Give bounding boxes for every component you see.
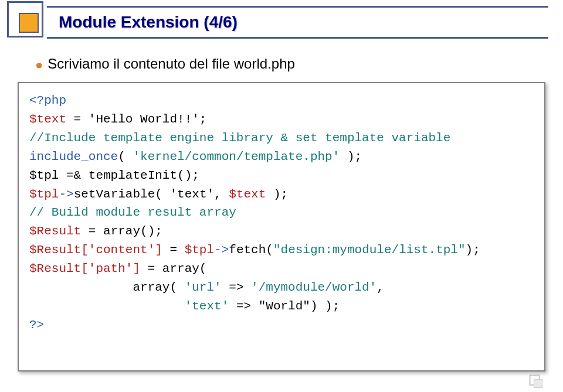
code-line-2: $text = 'Hello World!!'; <box>29 110 534 129</box>
code-line-4: include_once( 'kernel/common/template.ph… <box>29 148 534 166</box>
logo-inner-square <box>19 13 39 33</box>
bullet-line: ●Scriviamo il contenuto del file world.p… <box>35 56 540 73</box>
code-line-8: $Result = array(); <box>29 222 534 241</box>
slide-logo <box>6 0 47 41</box>
bullet-text: Scriviamo il contenuto del file world.ph… <box>48 56 295 71</box>
code-line-11: array( 'url' => '/mymodule/world', <box>29 278 534 297</box>
header-bar: Module Extension (4/6) <box>29 6 548 39</box>
code-line-9: $Result['content'] = $tpl->fetch("design… <box>29 241 534 260</box>
code-line-7: // Build module result array <box>29 203 534 222</box>
svg-rect-1 <box>534 380 542 388</box>
code-line-3: //Include template engine library & set … <box>29 129 534 148</box>
code-line-1: <?php <box>29 91 534 110</box>
code-line-13: ?> <box>29 316 534 335</box>
code-box: <?php $text = 'Hello World!!'; //Include… <box>18 82 545 371</box>
code-line-12: 'text' => "World") ); <box>29 297 534 316</box>
bullet-icon: ● <box>35 57 43 72</box>
code-line-5: $tpl =& templateInit(); <box>29 166 534 185</box>
slide-title: Module Extension (4/6) <box>29 13 238 32</box>
code-line-6: $tpl->setVariable( 'text', $text ); <box>29 185 534 204</box>
code-line-10: $Result['path'] = array( <box>29 260 534 278</box>
content-area: ●Scriviamo il contenuto del file world.p… <box>35 56 540 80</box>
footer-logo-icon <box>528 373 544 390</box>
